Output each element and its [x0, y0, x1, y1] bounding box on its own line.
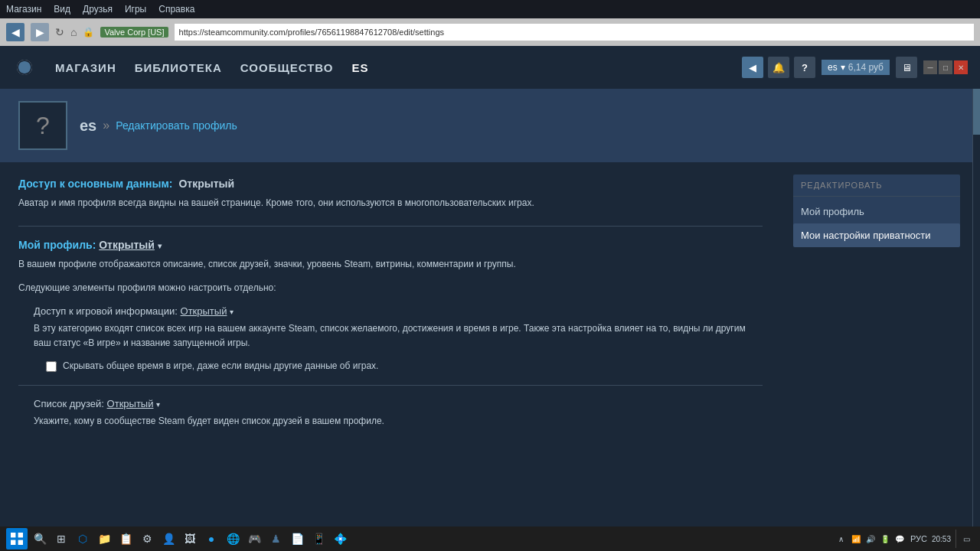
url-bar[interactable]	[175, 24, 974, 41]
svg-rect-3	[11, 540, 15, 545]
menu-games[interactable]: Игры	[125, 4, 146, 15]
sidebar-header: РЕДАКТИРОВАТЬ	[793, 174, 960, 197]
friends-status-dropdown[interactable]: Открытый	[107, 398, 154, 409]
monitor-icon-btn[interactable]: 🖥	[896, 57, 917, 78]
forward-button[interactable]: ▶	[31, 23, 49, 41]
profile-dropdown-arrow-icon: ▾	[158, 242, 162, 250]
refresh-icon[interactable]: ↻	[55, 26, 64, 38]
pictures-icon[interactable]: 🖼	[181, 530, 199, 548]
task-view-icon[interactable]: ⊞	[52, 530, 70, 548]
steam-nav-links: МАГАЗИН БИБЛИОТЕКА СООБЩЕСТВО ES	[55, 61, 368, 74]
scrollbar-track[interactable]	[972, 89, 980, 527]
divider-2	[18, 385, 763, 386]
sidebar-item-my-profile[interactable]: Мой профиль	[793, 200, 960, 223]
show-desktop-btn[interactable]: ▭	[956, 530, 974, 548]
menu-store[interactable]: Магазин	[6, 4, 41, 15]
minimize-btn[interactable]: ─	[923, 60, 937, 74]
divider-1	[18, 226, 763, 227]
menu-friends[interactable]: Друзья	[83, 4, 113, 15]
settings-taskbar-icon[interactable]: ⚙	[138, 530, 156, 548]
clock-area: РУС 20:53	[910, 534, 951, 543]
game-icon[interactable]: 🎮	[245, 530, 263, 548]
steam-header: МАГАЗИН БИБЛИОТЕКА СООБЩЕСТВО ES ◀ 🔔 ? e…	[0, 46, 980, 89]
tray-expand-icon[interactable]: ∧	[835, 533, 848, 545]
top-menu-bar: Магазин Вид Друзья Игры Справка	[0, 0, 980, 18]
ie-icon[interactable]: 🌐	[224, 530, 242, 548]
nav-user[interactable]: ES	[351, 61, 368, 74]
svg-rect-1	[11, 533, 15, 537]
svg-rect-4	[18, 540, 23, 545]
tray-msg-icon[interactable]: 💬	[893, 533, 906, 545]
menu-help[interactable]: Справка	[158, 4, 194, 15]
window-controls: ─ □ ✕	[923, 60, 968, 74]
browser-navbar: ◀ ▶ ↻ ⌂ 🔒 Valve Corp [US]	[0, 18, 980, 46]
profile-section-title: Мой профиль: Открытый ▾	[18, 239, 763, 251]
scrollbar-thumb[interactable]	[973, 89, 980, 135]
profile-header: ? es » Редактировать профиль	[0, 89, 972, 162]
main-area: ? es » Редактировать профиль Доступ к ос…	[0, 89, 980, 527]
gaming-info-title: Доступ к игровой информации: Открытый ▾	[34, 305, 763, 317]
back-icon-btn[interactable]: ◀	[742, 57, 763, 78]
wallet-balance: 6,14 руб	[848, 62, 884, 73]
user-badge[interactable]: es ▾ 6,14 руб	[822, 60, 890, 75]
access-status: Открытый	[178, 178, 234, 190]
nav-store[interactable]: МАГАЗИН	[55, 61, 116, 74]
profile-name-area: es » Редактировать профиль	[80, 117, 237, 135]
notification-btn[interactable]: 🔔	[768, 57, 789, 78]
nav-library[interactable]: БИБЛИОТЕКА	[135, 61, 222, 74]
tray-network-icon[interactable]: 📶	[850, 533, 862, 545]
files-icon[interactable]: 📋	[116, 530, 135, 548]
friends-title: Список друзей: Открытый ▾	[34, 398, 763, 409]
taskbar-right: ∧ 📶 🔊 🔋 💬 РУС 20:53 ▭	[835, 530, 974, 548]
edit-profile-link[interactable]: Редактировать профиль	[116, 119, 237, 132]
browser-icon[interactable]: ●	[202, 530, 220, 548]
acrobat-icon[interactable]: 📄	[288, 530, 306, 548]
edge-icon[interactable]: ⬡	[74, 530, 92, 548]
steam2-icon[interactable]: 💠	[331, 530, 349, 548]
gaming-dropdown-arrow-icon: ▾	[230, 308, 234, 316]
left-content: Доступ к основным данным: Открытый Авата…	[0, 162, 781, 459]
content-wrapper[interactable]: ? es » Редактировать профиль Доступ к ос…	[0, 89, 972, 527]
profile-section: Мой профиль: Открытый ▾ В вашем профиле …	[18, 239, 763, 429]
header-right: ◀ 🔔 ? es ▾ 6,14 руб 🖥 ─ □ ✕	[742, 57, 968, 78]
lock-icon: 🔒	[83, 27, 94, 37]
profile-username: es	[80, 117, 96, 135]
tray-sound-icon[interactable]: 🔊	[864, 533, 877, 545]
close-btn[interactable]: ✕	[954, 60, 968, 74]
maximize-btn[interactable]: □	[939, 60, 952, 74]
nav-community[interactable]: СООБЩЕСТВО	[240, 61, 334, 74]
profile-description: В вашем профиле отображаются описание, с…	[18, 257, 763, 272]
profile-status-dropdown[interactable]: Открытый	[99, 239, 155, 251]
svg-rect-2	[18, 533, 23, 537]
clock-time: 20:53	[932, 535, 951, 543]
tablet-icon[interactable]: 📱	[309, 530, 328, 548]
taskbar: 🔍 ⊞ ⬡ 📁 📋 ⚙ 👤 🖼 ● 🌐 🎮 ♟ 📄 📱 💠 ∧ 📶 🔊 🔋 💬 …	[0, 527, 980, 551]
gaming-status-dropdown[interactable]: Открытый	[181, 305, 227, 317]
gaming-info-subsection: Доступ к игровой информации: Открытый ▾ …	[34, 305, 763, 373]
tray-battery-icon[interactable]: 🔋	[879, 533, 891, 545]
sidebar-item-privacy-settings[interactable]: Мои настройки приватности	[793, 223, 960, 247]
friends-subsection: Список друзей: Открытый ▾ Укажите, кому …	[34, 398, 763, 429]
access-section: Доступ к основным данным: Открытый Авата…	[18, 178, 763, 210]
user-label: es	[828, 62, 838, 73]
start-button[interactable]	[6, 528, 28, 549]
system-tray: ∧ 📶 🔊 🔋 💬	[835, 533, 906, 545]
hide-playtime-label: Скрывать общее время в игре, даже если в…	[63, 360, 378, 373]
gaming-description: В эту категорию входят список всех игр н…	[34, 321, 763, 350]
site-badge: Valve Corp [US]	[100, 27, 168, 37]
friends-description: Укажите, кому в сообществе Steam будет в…	[34, 414, 763, 429]
profile-following-text: Следующие элементы профиля можно настрои…	[18, 281, 763, 295]
home-icon[interactable]: ⌂	[70, 26, 77, 38]
explorer-icon[interactable]: 📁	[95, 530, 113, 548]
help-btn[interactable]: ?	[794, 57, 815, 78]
clock: 20:53	[932, 535, 951, 543]
back-button[interactable]: ◀	[6, 23, 24, 41]
menu-view[interactable]: Вид	[54, 4, 70, 15]
person-icon[interactable]: 👤	[159, 530, 178, 548]
hide-playtime-checkbox[interactable]	[46, 361, 57, 372]
access-title: Доступ к основным данным: Открытый	[18, 178, 763, 190]
search-taskbar-icon[interactable]: 🔍	[31, 530, 49, 548]
access-description: Аватар и имя профиля всегда видны на ваш…	[18, 196, 763, 210]
right-sidebar: РЕДАКТИРОВАТЬ Мой профиль Мои настройки …	[781, 162, 972, 459]
steam-taskbar-icon[interactable]: ♟	[266, 530, 285, 548]
